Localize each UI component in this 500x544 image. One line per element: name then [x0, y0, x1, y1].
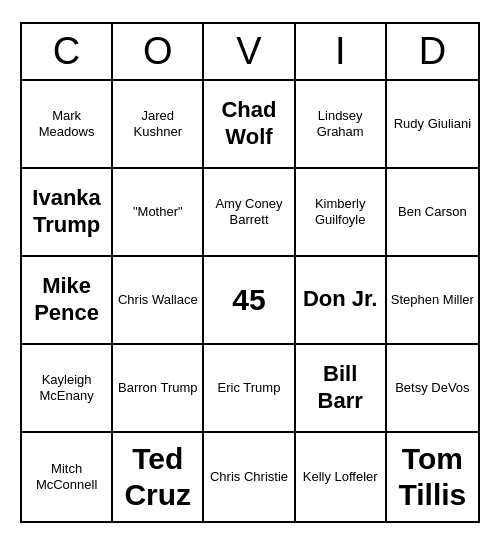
bingo-cell: Mitch McConnell: [22, 433, 113, 521]
bingo-cell: Eric Trump: [204, 345, 295, 433]
bingo-cell: Kelly Loffeler: [296, 433, 387, 521]
header-letter: C: [22, 24, 113, 79]
bingo-cell: Kimberly Guilfoyle: [296, 169, 387, 257]
bingo-grid: Mark MeadowsJared KushnerChad WolfLindse…: [22, 81, 478, 521]
bingo-cell: Mike Pence: [22, 257, 113, 345]
bingo-cell: Jared Kushner: [113, 81, 204, 169]
bingo-cell: Ivanka Trump: [22, 169, 113, 257]
bingo-cell: Stephen Miller: [387, 257, 478, 345]
bingo-cell: Amy Coney Barrett: [204, 169, 295, 257]
bingo-cell: Ben Carson: [387, 169, 478, 257]
header-letter: O: [113, 24, 204, 79]
bingo-cell: Chad Wolf: [204, 81, 295, 169]
bingo-cell: Rudy Giuliani: [387, 81, 478, 169]
bingo-cell: Ted Cruz: [113, 433, 204, 521]
header-letter: I: [296, 24, 387, 79]
bingo-card: COVID Mark MeadowsJared KushnerChad Wolf…: [20, 22, 480, 523]
bingo-cell: Lindsey Graham: [296, 81, 387, 169]
bingo-cell: Don Jr.: [296, 257, 387, 345]
bingo-cell: Chris Christie: [204, 433, 295, 521]
bingo-cell: Barron Trump: [113, 345, 204, 433]
header-letter: D: [387, 24, 478, 79]
bingo-cell: Bill Barr: [296, 345, 387, 433]
bingo-cell: "Mother": [113, 169, 204, 257]
header-letter: V: [204, 24, 295, 79]
bingo-cell: Kayleigh McEnany: [22, 345, 113, 433]
bingo-cell: Betsy DeVos: [387, 345, 478, 433]
bingo-header: COVID: [22, 24, 478, 81]
bingo-cell: Mark Meadows: [22, 81, 113, 169]
bingo-cell: Tom Tillis: [387, 433, 478, 521]
bingo-cell: Chris Wallace: [113, 257, 204, 345]
bingo-cell: 45: [204, 257, 295, 345]
